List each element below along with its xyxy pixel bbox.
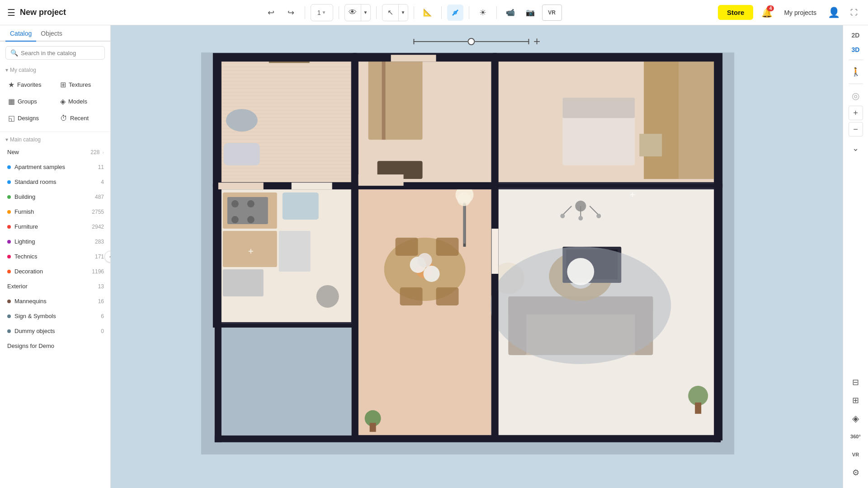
floor-plan-canvas[interactable] xyxy=(111,25,843,488)
svg-point-29 xyxy=(247,200,255,207)
elevation-icon: ⊞ xyxy=(852,395,859,405)
sidebar-item-designs[interactable]: ◱ Designs xyxy=(4,110,55,126)
vr-view-button[interactable]: VR xyxy=(848,446,864,463)
fullscreen-button[interactable]: ⛶ xyxy=(847,6,861,19)
sidebar-item-groups[interactable]: ▦ Groups xyxy=(4,94,55,109)
my-projects-button[interactable]: My projects xyxy=(780,6,820,19)
catalog-item-decoration[interactable]: Decoration 1196 xyxy=(0,264,110,279)
vr-icon: VR xyxy=(852,452,859,457)
furniture-dot xyxy=(7,225,11,229)
notification-button[interactable]: 🔔 4 xyxy=(759,5,775,21)
svg-rect-7 xyxy=(224,143,260,165)
cursor-dropdown[interactable]: ▼ xyxy=(399,5,408,21)
view-3d-button[interactable]: 3D xyxy=(848,43,863,56)
catalog-item-lighting[interactable]: Lighting 283 xyxy=(0,234,110,249)
bottom-right-tools: ⊟ ⊞ ◈ 360° VR ⚙ xyxy=(848,374,864,484)
svg-rect-67 xyxy=(491,186,498,439)
svg-rect-69 xyxy=(215,55,222,442)
settings-icon: ⚙ xyxy=(852,468,859,478)
zoom-out-button[interactable]: − xyxy=(849,122,863,136)
standard-rooms-label: Standard rooms xyxy=(14,178,57,185)
svg-rect-48 xyxy=(370,423,376,432)
step-button[interactable]: 1 ▼ xyxy=(311,5,333,21)
elevation-view-button[interactable]: ⊞ xyxy=(848,392,864,408)
ruler-button[interactable]: 📐 xyxy=(420,5,436,21)
catalog-item-dummy-objects[interactable]: Dummy objects 0 xyxy=(0,324,110,338)
catalog-item-furniture[interactable]: Furniture 2942 xyxy=(0,219,110,234)
catalog-item-sign-symbols[interactable]: Sign & Symbols 6 xyxy=(0,309,110,324)
svg-rect-74 xyxy=(359,174,404,186)
decoration-dot xyxy=(7,270,11,273)
catalog-item-apartment-samples[interactable]: Apartment samples 11 xyxy=(0,160,110,174)
zoom-out-icon: − xyxy=(853,125,858,134)
draw-tool-button[interactable] xyxy=(447,5,463,21)
topbar: ☰ New project ↩ ↪ 1 ▼ 👁 ▼ ↖ ▼ 📐 xyxy=(0,0,868,25)
view-360-button[interactable]: 360° xyxy=(848,428,864,445)
sidebar-item-models[interactable]: ◈ Models xyxy=(56,94,107,109)
catalog-item-mannequins[interactable]: Mannequins 16 xyxy=(0,294,110,309)
sign-symbols-label: Sign & Symbols xyxy=(14,313,56,319)
lighting-count: 283 xyxy=(95,239,104,245)
tab-objects[interactable]: Objects xyxy=(36,25,66,42)
svg-rect-38 xyxy=(359,189,491,435)
technics-count: 171 xyxy=(95,253,104,260)
exterior-label: Exterior xyxy=(7,283,28,290)
svg-rect-40 xyxy=(396,238,418,256)
dummy-objects-label: Dummy objects xyxy=(14,328,55,334)
sidebar-item-recent[interactable]: ⏱ Recent xyxy=(56,110,107,126)
catalog-item-exterior[interactable]: Exterior 13 xyxy=(0,279,110,294)
svg-rect-62 xyxy=(695,403,701,414)
search-input[interactable] xyxy=(21,50,100,56)
tab-catalog[interactable]: Catalog xyxy=(5,25,36,42)
catalog-item-building[interactable]: Building 487 xyxy=(0,189,110,204)
apartment-samples-count: 11 xyxy=(98,164,104,170)
svg-point-91 xyxy=(458,192,471,206)
screenshot-button[interactable]: 📷 xyxy=(522,5,538,21)
compass-button[interactable]: ◎ xyxy=(848,88,864,104)
star-icon: ★ xyxy=(8,80,14,89)
svg-point-35 xyxy=(316,285,339,308)
apartment-dot xyxy=(7,165,11,169)
add-point-icon[interactable]: + xyxy=(533,34,540,48)
undo-button[interactable]: ↩ xyxy=(263,5,279,21)
my-catalog-arrow: ▾ xyxy=(5,67,8,73)
settings-button[interactable]: ⚙ xyxy=(848,465,864,481)
svg-rect-19 xyxy=(679,61,714,179)
camera-button[interactable]: 📹 xyxy=(502,5,519,21)
catalog-item-technics[interactable]: Technics 171 xyxy=(0,249,110,264)
zoom-in-button[interactable]: + xyxy=(849,106,863,120)
vr-button[interactable]: VR xyxy=(542,5,562,21)
view-2d-button[interactable]: 2D xyxy=(848,29,863,42)
catalog-item-standard-rooms[interactable]: Standard rooms 4 xyxy=(0,174,110,189)
scroll-down-button[interactable]: ⌄ xyxy=(848,140,864,156)
view-eye-button[interactable]: 👁 xyxy=(345,5,361,21)
search-input-wrap[interactable]: 🔍 xyxy=(5,46,105,60)
building-label: Building xyxy=(14,193,35,200)
walk-icon: 🚶 xyxy=(851,67,861,77)
catalog-item-new[interactable]: New 228 › xyxy=(0,145,110,160)
catalog-item-furnish[interactable]: Furnish 2755 xyxy=(0,204,110,219)
main-content: Catalog Objects 🔍 ▾ My catalog ★ Favorit… xyxy=(0,25,868,488)
store-button[interactable]: Store xyxy=(718,5,753,20)
catalog-item-designs-demo[interactable]: Designs for Demo xyxy=(0,338,110,353)
sidebar-item-favorites[interactable]: ★ Favorites xyxy=(4,77,55,93)
shape-3d-button[interactable]: ◈ xyxy=(848,410,864,427)
cursor-button[interactable]: ↖ xyxy=(382,5,399,21)
svg-rect-12 xyxy=(382,58,386,140)
notification-badge: 4 xyxy=(767,5,774,11)
mannequins-count: 16 xyxy=(98,298,104,305)
walk-through-button[interactable]: 🚶 xyxy=(848,64,864,80)
view-eye-dropdown[interactable]: ▼ xyxy=(361,5,370,21)
user-account-button[interactable]: 👤 xyxy=(826,5,842,21)
floor-plan-view-button[interactable]: ⊟ xyxy=(848,374,864,390)
svg-rect-32 xyxy=(283,192,319,220)
sidebar-item-textures[interactable]: ⊞ Textures xyxy=(56,77,107,93)
hamburger-menu-icon[interactable]: ☰ xyxy=(7,7,15,18)
svg-point-31 xyxy=(247,216,255,223)
lighting-button[interactable]: ☀ xyxy=(475,5,491,21)
canvas-area[interactable]: + xyxy=(111,25,843,488)
main-catalog-title: Main catalog xyxy=(10,136,41,143)
ruler-handle[interactable] xyxy=(467,38,475,45)
redo-button[interactable]: ↪ xyxy=(283,5,299,21)
groups-label: Groups xyxy=(18,98,37,105)
